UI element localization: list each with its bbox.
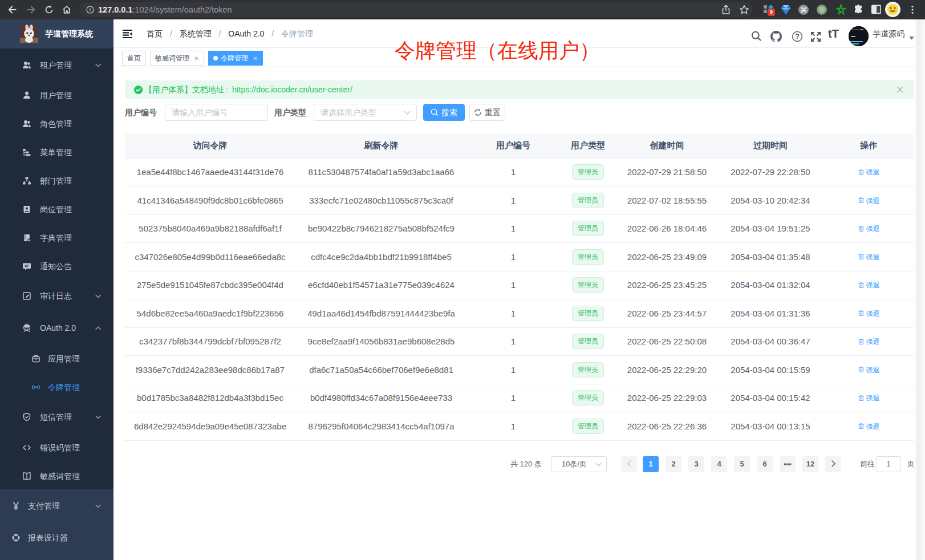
svg-text:?: ? xyxy=(795,33,800,40)
svg-text:⌘: ⌘ xyxy=(800,6,808,14)
